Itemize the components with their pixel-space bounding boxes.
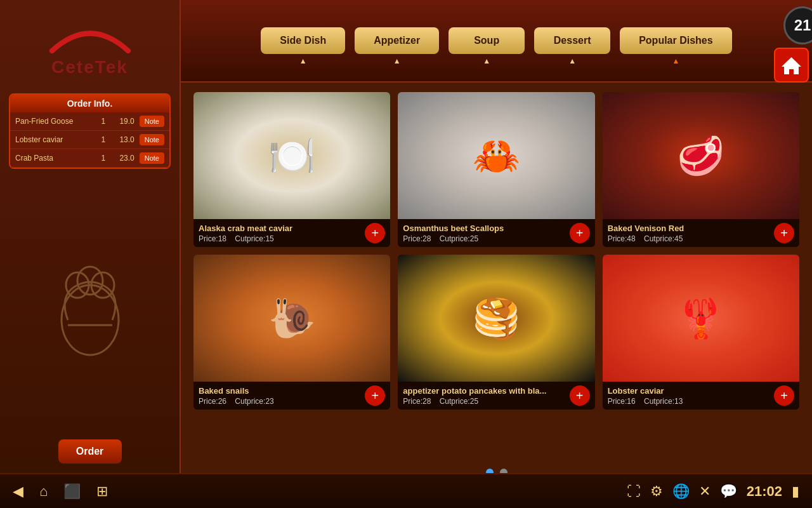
dish-grid: 🍽️ Alaska crab meat caviar Price:18 Cutp…: [187, 86, 806, 416]
dish-details: Baked snails Price:26 Cutprice:23: [199, 386, 365, 406]
dish-name: Alaska crab meat caviar: [199, 224, 365, 233]
taskbar: ◀ ⌂ ⬛ ⊞ ⛶ ⚙ 🌐 ✕ 💬 21:02 ▮: [0, 473, 812, 508]
dish-info: appetizer potato pancakes with bla... Pr…: [398, 382, 594, 410]
dish-card-dish-3: 🥩 Baked Venison Red Price:48 Cutprice:45…: [603, 92, 799, 247]
dish-image-dish-2: 🦀: [398, 92, 594, 219]
top-nav: Side DishAppetizerSoupDessertPopular Dis…: [181, 0, 812, 83]
dish-name: appetizer potato pancakes with bla...: [403, 386, 569, 396]
dish-card-dish-4: 🐌 Baked snails Price:26 Cutprice:23 +: [193, 255, 390, 410]
fullscreen-icon[interactable]: ⛶: [627, 483, 641, 500]
counter-badge: 21: [783, 6, 812, 44]
dish-prices: Price:48 Cutprice:45: [608, 234, 774, 243]
chef-icon-area: [46, 175, 134, 439]
dish-image-dish-1: 🍽️: [193, 92, 390, 219]
add-dish-button[interactable]: +: [365, 223, 385, 243]
svg-point-3: [77, 267, 103, 295]
order-qty: 1: [97, 117, 110, 126]
add-dish-button[interactable]: +: [774, 385, 794, 406]
nav-tabs: Side DishAppetizerSoupDessertPopular Dis…: [261, 27, 731, 54]
dish-details: Alaska crab meat caviar Price:18 Cutpric…: [199, 224, 365, 243]
dish-card-dish-5: 🥞 appetizer potato pancakes with bla... …: [398, 255, 594, 410]
dish-info: Lobster caviar Price:16 Cutprice:13 +: [603, 382, 799, 410]
order-button[interactable]: Order: [58, 439, 122, 464]
order-item-name: Lobster caviar: [15, 135, 95, 144]
nav-tab-soup[interactable]: Soup: [449, 27, 525, 54]
svg-marker-5: [782, 57, 801, 74]
add-dish-button[interactable]: +: [570, 385, 590, 406]
add-dish-button[interactable]: +: [570, 223, 590, 243]
dish-image-dish-3: 🥩: [603, 92, 799, 219]
nav-tab-side-dish[interactable]: Side Dish: [261, 27, 345, 54]
dish-prices: Price:28 Cutprice:25: [403, 234, 569, 243]
settings-icon[interactable]: ⚙: [650, 483, 663, 500]
note-button[interactable]: Note: [140, 152, 164, 164]
back-icon[interactable]: ◀: [13, 483, 23, 500]
logo-arc: [39, 10, 141, 54]
chat-icon[interactable]: 💬: [720, 483, 737, 500]
clock-display: 21:02: [747, 483, 782, 500]
note-button[interactable]: Note: [140, 134, 164, 145]
grid-icon[interactable]: ⊞: [96, 483, 108, 500]
dish-image-dish-6: 🦞: [603, 255, 799, 382]
main-content: Side DishAppetizerSoupDessertPopular Dis…: [181, 0, 812, 508]
dish-details: Lobster caviar Price:16 Cutprice:13: [608, 386, 774, 406]
order-qty: 1: [97, 154, 110, 163]
dish-card-dish-1: 🍽️ Alaska crab meat caviar Price:18 Cutp…: [193, 92, 390, 247]
order-qty: 1: [97, 135, 110, 144]
nav-tab-popular-dishes[interactable]: Popular Dishes: [620, 27, 731, 54]
dish-info: Baked snails Price:26 Cutprice:23 +: [193, 382, 390, 410]
browser-icon[interactable]: 🌐: [672, 483, 690, 500]
dish-details: appetizer potato pancakes with bla... Pr…: [403, 386, 569, 406]
dish-card-dish-2: 🦀 Osmanthus beet Scallops Price:28 Cutpr…: [398, 92, 594, 247]
dish-image-dish-4: 🐌: [193, 255, 390, 382]
nav-tab-appetizer[interactable]: Appetizer: [355, 27, 439, 54]
order-row: Lobster caviar 1 13.0 Note: [10, 131, 169, 149]
note-button[interactable]: Note: [140, 116, 164, 127]
dish-name: Baked snails: [199, 386, 365, 396]
dish-info: Osmanthus beet Scallops Price:28 Cutpric…: [398, 219, 594, 247]
order-info-panel: Order Info. Pan-Fried Goose 1 19.0 Note …: [9, 93, 171, 169]
dish-name: Osmanthus beet Scallops: [403, 224, 569, 233]
order-info-header: Order Info.: [10, 95, 169, 112]
order-price: 19.0: [112, 117, 134, 126]
dish-prices: Price:16 Cutprice:13: [608, 397, 774, 406]
dish-name: Baked Venison Red: [608, 224, 774, 233]
dish-prices: Price:26 Cutprice:23: [199, 397, 365, 406]
dish-prices: Price:28 Cutprice:25: [403, 397, 569, 406]
recent-apps-icon[interactable]: ⬛: [63, 483, 81, 500]
taskbar-left: ◀ ⌂ ⬛ ⊞: [13, 483, 108, 500]
logo-text: CeteTek: [51, 57, 128, 77]
taskbar-right: ⛶ ⚙ 🌐 ✕ 💬 21:02 ▮: [627, 483, 799, 500]
add-dish-button[interactable]: +: [774, 223, 794, 243]
close-icon[interactable]: ✕: [699, 483, 710, 500]
order-item-name: Pan-Fried Goose: [15, 117, 95, 126]
logo-area: CeteTek: [0, 0, 180, 87]
order-row: Pan-Fried Goose 1 19.0 Note: [10, 112, 169, 131]
order-price: 13.0: [112, 135, 134, 144]
order-row: Crab Pasta 1 23.0 Note: [10, 149, 169, 168]
dish-details: Osmanthus beet Scallops Price:28 Cutpric…: [403, 224, 569, 243]
dish-info: Alaska crab meat caviar Price:18 Cutpric…: [193, 219, 390, 247]
dish-info: Baked Venison Red Price:48 Cutprice:45 +: [603, 219, 799, 247]
nav-tab-dessert[interactable]: Dessert: [534, 27, 610, 54]
dish-image-dish-5: 🥞: [398, 255, 594, 382]
dish-card-dish-6: 🦞 Lobster caviar Price:16 Cutprice:13 +: [603, 255, 799, 410]
add-dish-button[interactable]: +: [365, 385, 385, 406]
battery-icon: ▮: [792, 483, 799, 500]
order-item-name: Crab Pasta: [15, 154, 95, 163]
dish-details: Baked Venison Red Price:48 Cutprice:45: [608, 224, 774, 243]
order-rows: Pan-Fried Goose 1 19.0 Note Lobster cavi…: [10, 112, 169, 168]
home-icon[interactable]: ⌂: [39, 483, 48, 500]
home-button[interactable]: [774, 48, 809, 83]
sidebar: CeteTek Order Info. Pan-Fried Goose 1 19…: [0, 0, 181, 473]
dish-prices: Price:18 Cutprice:15: [199, 234, 365, 243]
dish-name: Lobster caviar: [608, 386, 774, 396]
order-price: 23.0: [112, 154, 134, 163]
